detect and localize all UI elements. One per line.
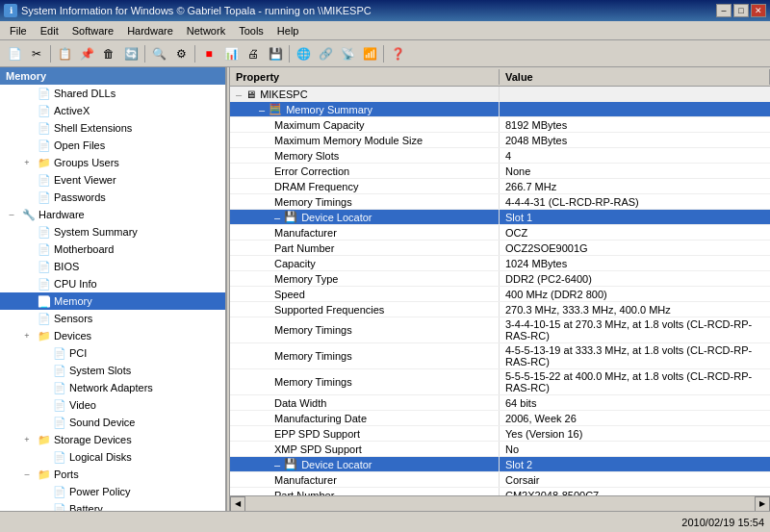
tree-item-motherboard[interactable]: 📄 Motherboard (0, 241, 225, 258)
menu-help[interactable]: Help (271, 23, 305, 38)
tree-icon-power-policy: 📄 (52, 485, 67, 498)
toolbar-net1[interactable]: 🌐 (293, 43, 314, 64)
tree-label-sound-device: Sound Device (69, 417, 136, 428)
tree-expand-groups-users[interactable]: + (19, 155, 35, 170)
tree-item-shell-extensions[interactable]: 📄 Shell Extensions (0, 119, 225, 137)
table-row: Part Number CM2X2048-8500C7 (230, 488, 770, 495)
table-content[interactable]: – 🖥 MIKESPC – 🧮 Memory Summary Maximum C… (230, 87, 770, 495)
tree-item-bios[interactable]: 📄 BIOS (0, 258, 225, 275)
row-value: 266.7 MHz (500, 179, 770, 193)
toolbar-print[interactable]: 🖨 (243, 43, 264, 64)
tree-item-devices[interactable]: + 📁 Devices (0, 327, 225, 344)
toolbar-sep5 (383, 45, 384, 63)
tree-expand-hardware[interactable]: – (4, 207, 19, 222)
menu-tools[interactable]: Tools (233, 23, 270, 38)
tree-item-activex[interactable]: 📄 ActiveX (0, 102, 225, 119)
tree-icon-event-viewer: 📄 (37, 173, 52, 187)
menu-network[interactable]: Network (181, 23, 231, 38)
tree-icon-pci: 📄 (52, 346, 67, 360)
tree-expand-open-files (19, 138, 35, 153)
toolbar-stop[interactable]: ■ (198, 43, 219, 64)
toolbar-delete[interactable]: 🗑 (98, 43, 119, 64)
toolbar-cut[interactable]: ✂ (26, 43, 47, 64)
tree-item-video[interactable]: 📄 Video (0, 396, 225, 414)
row-value: OCZ (500, 225, 770, 240)
tree-item-shared-dlls[interactable]: 📄 Shared DLLs (0, 85, 225, 102)
toolbar-help[interactable]: ❓ (387, 43, 408, 64)
row-property: Memory Type (230, 271, 500, 286)
tree-label-storage-devices: Storage Devices (54, 434, 132, 445)
toolbar-scan[interactable]: 📶 (359, 43, 380, 64)
menu-file[interactable]: File (4, 23, 33, 38)
row-property: Memory Timings (230, 194, 500, 209)
tree-expand-shared-dlls (19, 86, 35, 101)
toolbar-filter[interactable]: ⚙ (170, 43, 192, 64)
toolbar-report[interactable]: 📊 (220, 43, 242, 64)
maximize-button[interactable]: □ (733, 4, 749, 17)
tree-label-bios: BIOS (54, 261, 79, 272)
tree-icon-open-files: 📄 (37, 139, 52, 152)
section-header-property: – 🧮 Memory Summary (230, 102, 500, 116)
toolbar-copy[interactable]: 📋 (54, 43, 75, 64)
tree-item-sound-device[interactable]: 📄 Sound Device (0, 414, 225, 431)
app-icon: ℹ (4, 4, 17, 17)
row-value: No (500, 442, 770, 456)
menu-edit[interactable]: Edit (35, 23, 64, 38)
row-property: Error Correction (230, 164, 500, 178)
toolbar-paste[interactable]: 📌 (76, 43, 97, 64)
scroll-track[interactable] (245, 496, 755, 511)
tree-item-event-viewer[interactable]: 📄 Event Viewer (0, 171, 225, 189)
tree-item-logical-disks[interactable]: 📄 Logical Disks (0, 448, 225, 466)
tree-item-system-summary[interactable]: 📄 System Summary (0, 223, 225, 241)
table-row: Memory Timings 4-5-5-13-19 at 333.3 MHz,… (230, 343, 770, 369)
minimize-button[interactable]: – (716, 4, 732, 17)
tree-label-event-viewer: Event Viewer (54, 174, 116, 186)
tree-item-ports[interactable]: – 📁 Ports (0, 466, 225, 483)
row-value: 4 (500, 148, 770, 163)
bottom-scrollbar[interactable]: ◀ ▶ (230, 495, 770, 511)
toolbar-net2[interactable]: 🔗 (315, 43, 336, 64)
table-row: – 💾 Device Locator Slot 2 (230, 457, 770, 472)
scroll-right-btn[interactable]: ▶ (755, 496, 770, 512)
tree-label-ports: Ports (54, 469, 79, 480)
tree-item-pci[interactable]: 📄 PCI (0, 344, 225, 362)
tree-item-sensors[interactable]: 📄 Sensors (0, 310, 225, 327)
tree-icon-storage-devices: 📁 (37, 433, 52, 446)
tree-expand-devices[interactable]: + (19, 328, 35, 343)
device-label: Device Locator (301, 459, 372, 470)
row-value: Yes (Version 16) (500, 426, 770, 441)
tree-item-passwords[interactable]: 📄 Passwords (0, 189, 225, 206)
tree-item-groups-users[interactable]: + 📁 Groups Users (0, 154, 225, 171)
tree-expand-system-slots (35, 363, 50, 378)
tree-item-network-adapters[interactable]: 📄 Network Adapters (0, 379, 225, 396)
toolbar-net3[interactable]: 📡 (337, 43, 358, 64)
tree-expand-sensors (19, 311, 35, 326)
left-panel-wrapper: Memory 📄 Shared DLLs 📄 ActiveX 📄 Shell E… (0, 67, 226, 511)
tree-expand-storage-devices[interactable]: + (19, 432, 35, 447)
tree-item-hardware[interactable]: – 🔧 Hardware (0, 206, 225, 223)
tree-expand-activex (19, 103, 35, 118)
scroll-left-btn[interactable]: ◀ (230, 496, 245, 512)
tree-icon-memory: 💾 (37, 294, 52, 308)
close-button[interactable]: ✕ (751, 4, 766, 17)
tree-item-open-files[interactable]: 📄 Open Files (0, 137, 225, 154)
title-bar-text: System Information for Windows © Gabriel… (21, 5, 372, 16)
toolbar-search[interactable]: 🔍 (148, 43, 169, 64)
menu-software[interactable]: Software (66, 23, 119, 38)
tree-label-system-slots: System Slots (69, 365, 131, 376)
row-value: 64 bits (500, 395, 770, 410)
tree-item-power-policy[interactable]: 📄 Power Policy (0, 483, 225, 500)
tree-item-storage-devices[interactable]: + 📁 Storage Devices (0, 431, 225, 448)
toolbar-refresh[interactable]: 🔄 (120, 43, 141, 64)
row-property: Manufacturing Date (230, 411, 500, 425)
tree-item-memory[interactable]: 💾 Memory (0, 292, 225, 310)
table-row: Data Width 64 bits (230, 395, 770, 411)
menu-hardware[interactable]: Hardware (121, 23, 179, 38)
tree-item-system-slots[interactable]: 📄 System Slots (0, 362, 225, 379)
device-label: Device Locator (301, 212, 372, 223)
tree-item-cpu-info[interactable]: 📄 CPU Info (0, 275, 225, 292)
tree-expand-ports[interactable]: – (19, 467, 35, 482)
toolbar-save[interactable]: 💾 (265, 43, 286, 64)
tree-item-battery[interactable]: 📄 Battery (0, 500, 225, 511)
toolbar-new[interactable]: 📄 (4, 43, 25, 64)
